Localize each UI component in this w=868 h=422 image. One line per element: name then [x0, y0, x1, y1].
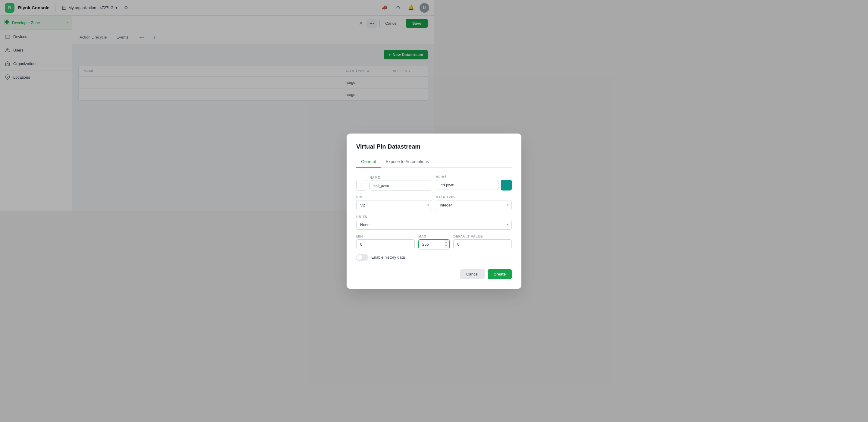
- modal-overlay: Virtual Pin Datastream General Expose to…: [0, 0, 434, 211]
- modal-tab-expose[interactable]: Expose to Automations: [381, 156, 434, 168]
- name-filter-button[interactable]: [356, 180, 367, 190]
- pin-label: PIN: [356, 195, 432, 199]
- name-field-group: NAME: [356, 175, 432, 190]
- modal-title: Virtual Pin Datastream: [356, 143, 434, 150]
- name-group: NAME: [370, 176, 432, 190]
- pin-select-wrapper: V0 V1 V2 V3 V4 ▾: [356, 200, 432, 210]
- name-input[interactable]: [370, 181, 432, 190]
- pin-group: PIN V0 V1 V2 V3 V4 ▾: [356, 195, 432, 210]
- modal-tab-strip: General Expose to Automations: [356, 156, 434, 168]
- modal-dialog: Virtual Pin Datastream General Expose to…: [347, 133, 434, 211]
- filter-icon: [360, 183, 364, 187]
- name-label: NAME: [370, 176, 432, 179]
- pin-select[interactable]: V0 V1 V2 V3 V4: [356, 200, 432, 210]
- pin-datatype-row: PIN V0 V1 V2 V3 V4 ▾ DATA TYPE Integ: [356, 195, 434, 210]
- modal-tab-general[interactable]: General: [356, 156, 381, 168]
- name-alias-row: NAME ALIAS: [356, 175, 434, 190]
